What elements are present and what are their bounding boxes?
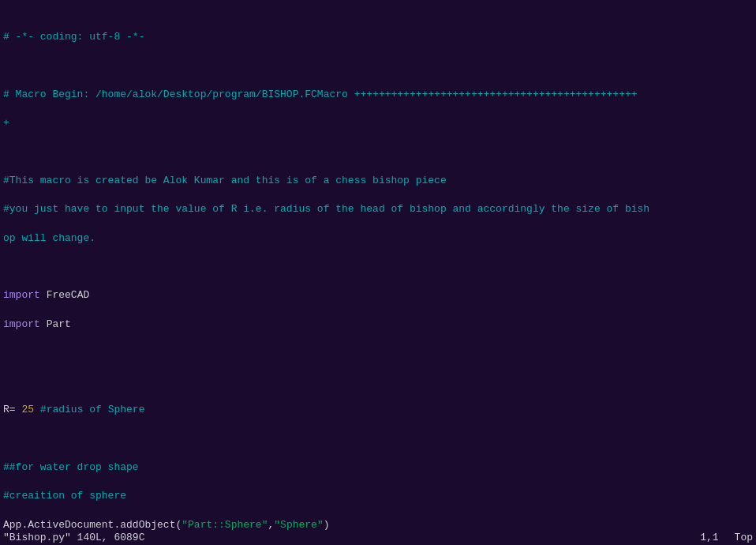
line-6: #This macro is created be Alok Kumar and… [3,174,753,188]
line-4: + [3,116,753,130]
line-2 [3,59,753,73]
line-15 [3,432,753,446]
line-1: # -*- coding: utf-8 -*- [3,30,753,44]
line-8: op will change. [3,231,753,246]
status-filename: "Bishop.py" 140L, 6089C [3,532,144,543]
code-editor[interactable]: # -*- coding: utf-8 -*- # Macro Begin: /… [0,0,756,545]
status-bar: "Bishop.py" 140L, 6089C 1,1 Top [0,530,756,545]
code-content: # -*- coding: utf-8 -*- # Macro Begin: /… [0,0,756,545]
line-16: ##for water drop shape [3,460,753,475]
status-scroll: Top [735,532,753,543]
line-17: #creaition of sphere [3,489,753,503]
line-3: # Macro Begin: /home/alok/Desktop/progra… [3,88,753,102]
status-right: 1,1 Top [700,532,753,543]
line-7: #you just have to input the value of R i… [3,202,753,216]
line-14: R= 25 #radius of Sphere [3,403,753,417]
line-5 [3,145,753,160]
line-9 [3,260,753,274]
line-10: import FreeCAD [3,288,753,303]
line-11: import Part [3,318,753,332]
line-12 [3,346,753,360]
status-position: 1,1 [700,532,718,543]
line-13 [3,374,753,389]
